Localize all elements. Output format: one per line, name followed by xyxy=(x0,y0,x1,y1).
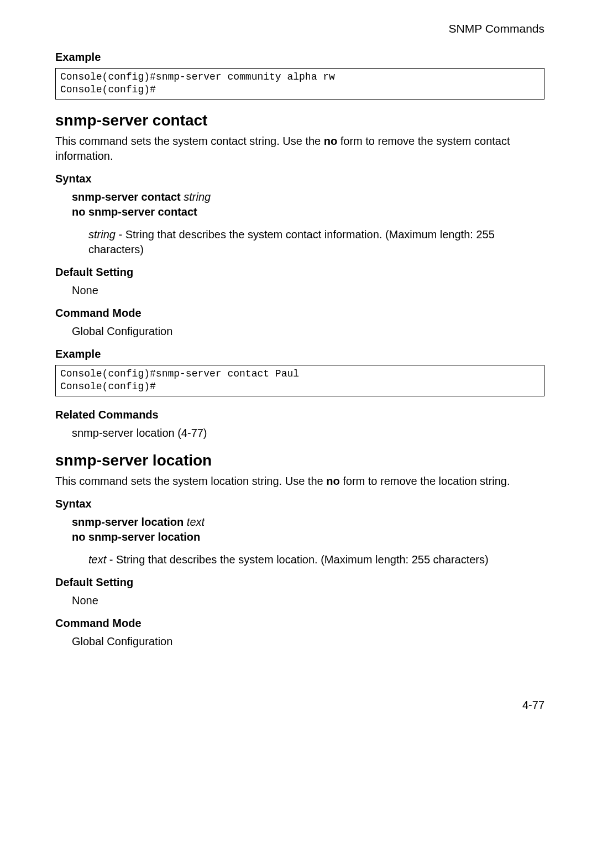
contact-example-heading: Example xyxy=(55,348,544,360)
contact-mode-value: Global Configuration xyxy=(72,324,544,339)
contact-related-value: snmp-server location (4-77) xyxy=(72,426,544,441)
location-default-value: None xyxy=(72,593,544,608)
page-number: 4-77 xyxy=(55,699,544,712)
contact-default-heading: Default Setting xyxy=(55,266,544,279)
contact-param-desc: - String that describes the system conta… xyxy=(88,228,495,255)
contact-syntax-block: snmp-server contact string no snmp-serve… xyxy=(72,190,544,219)
location-mode-heading: Command Mode xyxy=(55,617,544,630)
location-desc-part2: form to remove the location string. xyxy=(340,475,510,487)
contact-syntax-arg: string xyxy=(181,191,211,203)
contact-default-value: None xyxy=(72,283,544,298)
contact-description: This command sets the system contact str… xyxy=(55,134,544,164)
contact-desc-part1: This command sets the system contact str… xyxy=(55,135,324,147)
contact-param-name: string xyxy=(88,228,116,240)
location-desc-bold: no xyxy=(326,475,339,487)
contact-syntax-cmd: snmp-server contact xyxy=(72,191,181,203)
location-mode-value: Global Configuration xyxy=(72,634,544,649)
contact-mode-heading: Command Mode xyxy=(55,307,544,320)
location-syntax-no: no snmp-server location xyxy=(72,530,544,545)
page-header: SNMP Commands xyxy=(55,22,544,35)
location-description: This command sets the system location st… xyxy=(55,474,544,489)
location-param-name: text xyxy=(88,553,106,566)
contact-desc-bold: no xyxy=(324,135,337,147)
contact-syntax-no: no snmp-server contact xyxy=(72,205,544,219)
location-syntax-block: snmp-server location text no snmp-server… xyxy=(72,515,544,545)
location-param-block: text - String that describes the system … xyxy=(88,552,544,567)
command-title-location: snmp-server location xyxy=(55,452,544,469)
location-desc-part1: This command sets the system location st… xyxy=(55,475,326,487)
contact-related-heading: Related Commands xyxy=(55,409,544,421)
location-syntax-heading: Syntax xyxy=(55,498,544,510)
location-param-desc: - String that describes the system locat… xyxy=(106,553,488,566)
code-example-contact: Console(config)#snmp-server contact Paul… xyxy=(55,365,544,396)
example-heading-1: Example xyxy=(55,51,544,64)
location-syntax-arg: text xyxy=(184,516,205,528)
location-default-heading: Default Setting xyxy=(55,576,544,589)
command-title-contact: snmp-server contact xyxy=(55,112,544,129)
page-container: SNMP Commands Example Console(config)#sn… xyxy=(0,0,597,728)
contact-syntax-heading: Syntax xyxy=(55,172,544,185)
code-example-1: Console(config)#snmp-server community al… xyxy=(55,68,544,100)
contact-param-block: string - String that describes the syste… xyxy=(88,227,544,257)
location-syntax-cmd: snmp-server location xyxy=(72,516,184,528)
